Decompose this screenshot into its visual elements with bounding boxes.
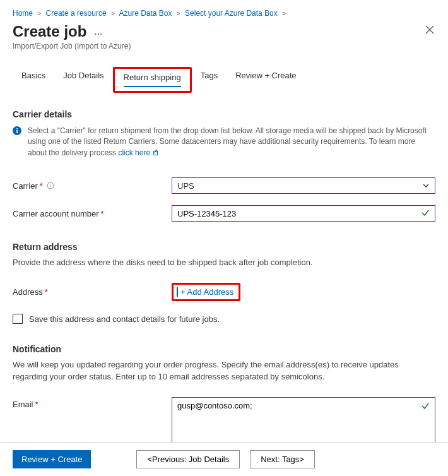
- address-label: Address: [13, 287, 43, 297]
- carrier-select[interactable]: UPS: [172, 177, 435, 194]
- add-address-highlight: + Add Address: [172, 283, 240, 301]
- next-button[interactable]: Next: Tags>: [250, 450, 315, 468]
- breadcrumb: Home > Create a resource > Azure Data Bo…: [13, 8, 435, 23]
- close-icon[interactable]: [425, 25, 434, 34]
- carrier-select-value: UPS: [177, 181, 194, 191]
- tab-job-details[interactable]: Job Details: [54, 67, 112, 93]
- tab-review-create[interactable]: Review + Create: [227, 67, 305, 93]
- previous-button[interactable]: <Previous: Job Details: [136, 450, 240, 468]
- review-create-button[interactable]: Review + Create: [13, 450, 91, 468]
- breadcrumb-item[interactable]: Home: [13, 9, 33, 18]
- svg-rect-4: [16, 128, 18, 129]
- breadcrumb-item[interactable]: Create a resource: [46, 9, 107, 18]
- carrier-info-text: Select a "Carrier" for return shipment f…: [28, 126, 427, 157]
- chevron-right-icon: >: [177, 10, 180, 17]
- checkmark-icon: [418, 208, 430, 219]
- required-asterisk: *: [35, 400, 38, 409]
- chevron-right-icon: >: [111, 10, 115, 17]
- add-address-link[interactable]: + Add Address: [177, 287, 233, 297]
- more-icon[interactable]: ···: [94, 29, 103, 39]
- section-carrier-details: Carrier details: [13, 109, 435, 119]
- click-here-link[interactable]: click here: [118, 148, 150, 157]
- carrier-info-banner: Select a "Carrier" for return shipment f…: [13, 126, 435, 158]
- required-asterisk: *: [45, 287, 48, 297]
- section-notification: Notification: [13, 344, 435, 354]
- carrier-label: Carrier: [13, 181, 38, 191]
- required-asterisk: *: [101, 209, 104, 218]
- required-asterisk: *: [40, 181, 43, 191]
- checkmark-icon: [421, 402, 430, 412]
- carrier-account-input[interactable]: [177, 209, 418, 218]
- section-return-address: Return address: [13, 242, 435, 252]
- return-address-desc: Provide the address where the disks need…: [13, 257, 435, 269]
- tab-tags[interactable]: Tags: [192, 67, 227, 93]
- svg-text:i: i: [50, 182, 51, 189]
- save-address-checkbox[interactable]: [13, 314, 23, 324]
- chevron-right-icon: >: [282, 10, 286, 17]
- email-label: Email: [13, 400, 33, 409]
- info-icon[interactable]: i: [47, 182, 54, 189]
- carrier-account-label: Carrier account number: [13, 209, 99, 218]
- chevron-down-icon: [422, 182, 430, 189]
- page-subtitle: Import/Export Job (Import to Azure): [13, 42, 435, 51]
- carrier-account-input-wrapper: [172, 205, 435, 222]
- tab-return-shipping[interactable]: Return shipping: [113, 67, 192, 93]
- save-address-label: Save this address and contact details fo…: [29, 314, 220, 324]
- tab-basics[interactable]: Basics: [13, 67, 54, 93]
- notification-desc: We will keep you updated regarding your …: [13, 359, 435, 383]
- breadcrumb-item[interactable]: Azure Data Box: [119, 9, 172, 18]
- page-title: Create job: [13, 23, 86, 40]
- breadcrumb-item[interactable]: Select your Azure Data Box: [185, 9, 278, 18]
- external-link-icon: [153, 148, 160, 158]
- info-icon: [13, 126, 24, 138]
- chevron-right-icon: >: [37, 10, 41, 17]
- svg-rect-3: [16, 130, 18, 133]
- tabs: Basics Job Details Return shipping Tags …: [13, 67, 435, 93]
- footer: Review + Create <Previous: Job Details N…: [0, 442, 448, 476]
